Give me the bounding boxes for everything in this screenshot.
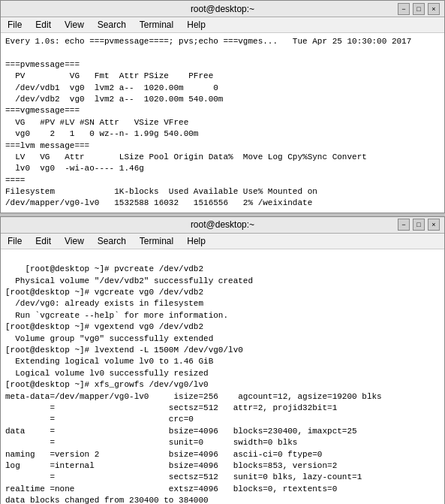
minimize-button-1[interactable]: −	[398, 3, 410, 15]
close-button-1[interactable]: ×	[428, 3, 440, 15]
window-title-1: root@desktop:~	[150, 4, 295, 14]
menu-help-1[interactable]: Help	[185, 19, 208, 31]
menu-bar-1: File Edit View Search Terminal Help	[1, 17, 444, 33]
close-button-2[interactable]: ×	[428, 219, 440, 231]
terminal-output-2: [root@desktop ~]# pvcreate /dev/vdb2 Phy…	[1, 249, 444, 504]
menu-file-2[interactable]: File	[5, 235, 24, 247]
menu-view-2[interactable]: View	[62, 235, 86, 247]
minimize-button-2[interactable]: −	[398, 219, 410, 231]
menu-search-1[interactable]: Search	[95, 19, 128, 31]
terminal-output-1: Every 1.0s: echo ===pvmessage====; pvs;e…	[1, 33, 444, 213]
menu-bar-2: File Edit View Search Terminal Help	[1, 234, 444, 249]
window-2: root@desktop:~ − □ × File Edit View Sear…	[0, 216, 445, 504]
menu-file-1[interactable]: File	[5, 19, 24, 31]
maximize-button-2[interactable]: □	[413, 219, 425, 231]
window-title-2: root@desktop:~	[150, 219, 295, 230]
menu-edit-1[interactable]: Edit	[33, 19, 53, 31]
menu-terminal-2[interactable]: Terminal	[137, 235, 176, 247]
menu-terminal-1[interactable]: Terminal	[137, 19, 176, 31]
title-bar-1: root@desktop:~ − □ ×	[1, 1, 444, 17]
window-1: root@desktop:~ − □ × File Edit View Sear…	[0, 0, 445, 213]
menu-search-2[interactable]: Search	[95, 235, 128, 247]
menu-edit-2[interactable]: Edit	[33, 235, 53, 247]
maximize-button-1[interactable]: □	[413, 3, 425, 15]
menu-view-1[interactable]: View	[62, 19, 86, 31]
menu-help-2[interactable]: Help	[185, 235, 208, 247]
terminal-text-2: [root@desktop ~]# pvcreate /dev/vdb2 Phy…	[5, 264, 382, 504]
title-bar-2: root@desktop:~ − □ ×	[1, 217, 444, 234]
